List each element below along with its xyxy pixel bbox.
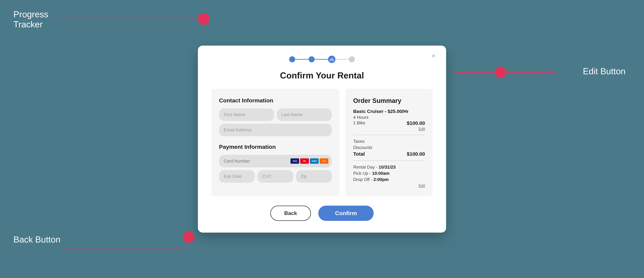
edit-button-dot <box>495 66 506 78</box>
discover-icon: DISC <box>320 158 328 164</box>
card-number-wrapper: VISA MC AMEX DISC <box>219 155 332 167</box>
email-row <box>219 124 332 136</box>
order-edit-1[interactable]: Edit <box>353 127 425 131</box>
cvc-input[interactable] <box>258 170 293 183</box>
progress-tracker-line <box>57 19 204 20</box>
visa-icon: VISA <box>290 158 299 164</box>
modal-footer: Back Confirm <box>211 206 433 221</box>
zip-input[interactable] <box>296 170 332 183</box>
card-details-row <box>219 170 332 183</box>
modal-dialog: × Confirm Your Rental Contact Informatio… <box>198 45 446 233</box>
payment-section: Payment Information VISA MC AMEX DISC <box>219 144 332 183</box>
progress-tracker-dot <box>198 13 210 25</box>
order-edit-2[interactable]: Edit <box>353 184 425 188</box>
svg-point-2 <box>332 58 332 59</box>
back-button-dot <box>183 231 194 243</box>
first-name-input[interactable] <box>219 108 274 121</box>
step-line-2 <box>314 59 328 60</box>
order-item-name: Basic Cruiser - $25.00/Hr <box>353 109 425 114</box>
progress-steps <box>211 56 433 63</box>
modal-title: Confirm Your Rental <box>211 70 433 80</box>
order-bikes-row: 1 Bike $100.00 <box>353 120 425 126</box>
name-row <box>219 108 332 121</box>
close-button[interactable]: × <box>429 52 438 60</box>
total-row: Total $100.00 <box>353 151 425 157</box>
exp-date-input[interactable] <box>219 170 255 183</box>
dropoff-label: Drop Off - <box>353 177 374 182</box>
rental-day-label: Rental Day - <box>353 165 379 170</box>
progress-tracker-label: ProgressTracker <box>14 9 48 29</box>
back-button-line <box>62 247 190 248</box>
step-3-bike <box>328 56 336 63</box>
order-summary-title: Order Summary <box>353 97 425 104</box>
total-label: Total <box>353 151 365 157</box>
email-input[interactable] <box>219 124 332 136</box>
confirm-button[interactable]: Confirm <box>318 206 374 221</box>
content-area: Contact Information Payment Information … <box>211 89 433 196</box>
dropoff-row: Drop Off - 2:00pm <box>353 177 425 182</box>
order-item-price: $100.00 <box>407 120 425 126</box>
last-name-input[interactable] <box>277 108 332 121</box>
taxes-row: Taxes <box>353 139 425 144</box>
right-panel: Order Summary Basic Cruiser - $25.00/Hr … <box>346 89 433 196</box>
step-line-3 <box>336 59 349 60</box>
divider-2 <box>353 161 425 161</box>
rental-day-row: Rental Day - 10/31/23 <box>353 165 425 170</box>
pickup-label: Pick Up - <box>353 171 372 176</box>
discounts-label: Discounts <box>353 145 372 150</box>
payment-section-title: Payment Information <box>219 144 332 150</box>
back-button-label: Back Button <box>14 235 60 245</box>
taxes-label: Taxes <box>353 139 364 144</box>
contact-section-title: Contact Information <box>219 97 332 104</box>
mastercard-icon: MC <box>300 158 309 164</box>
edit-button-label: Edit Button <box>583 66 626 76</box>
back-button[interactable]: Back <box>270 206 311 221</box>
pickup-value: 10:00am <box>372 171 390 176</box>
order-hours: 4 Hours <box>353 115 425 120</box>
rental-day-value: 10/31/23 <box>379 165 396 170</box>
discounts-row: Discounts <box>353 145 425 150</box>
step-2 <box>308 56 314 62</box>
divider-1 <box>353 135 425 135</box>
total-price: $100.00 <box>407 151 425 157</box>
card-icons: VISA MC AMEX DISC <box>290 158 328 164</box>
dropoff-value: 2:00pm <box>374 177 389 182</box>
edit-button-line <box>454 72 555 73</box>
left-panel: Contact Information Payment Information … <box>211 89 340 196</box>
order-bikes: 1 Bike <box>353 120 365 125</box>
step-4 <box>349 56 355 62</box>
amex-icon: AMEX <box>310 158 319 164</box>
step-line-1 <box>295 59 308 60</box>
step-1 <box>289 56 295 62</box>
pickup-row: Pick Up - 10:00am <box>353 171 425 176</box>
